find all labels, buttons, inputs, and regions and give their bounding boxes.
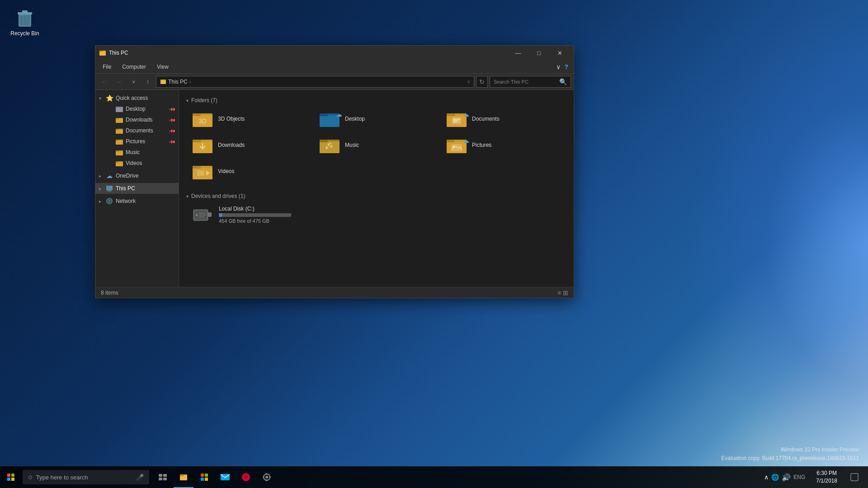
svg-rect-73 bbox=[7, 478, 10, 481]
cloud-icon: ☁ bbox=[463, 111, 469, 118]
pin-icon: 📌 bbox=[169, 105, 176, 113]
onedrive-icon: ☁ bbox=[105, 172, 113, 180]
drive-c[interactable]: Local Disk (C:) 454 GB free of 475 GB bbox=[186, 202, 304, 227]
tray-network-icon[interactable]: 🌐 bbox=[771, 474, 779, 481]
folder-videos[interactable]: Videos bbox=[186, 159, 312, 184]
breadcrumb-part[interactable]: This PC bbox=[168, 79, 188, 85]
svg-rect-85 bbox=[205, 478, 208, 481]
svg-point-67 bbox=[196, 214, 198, 216]
svg-rect-78 bbox=[163, 478, 167, 480]
folder-documents-label: Documents bbox=[472, 116, 500, 122]
svg-rect-14 bbox=[116, 118, 119, 119]
svg-rect-55 bbox=[447, 140, 455, 142]
svg-rect-23 bbox=[116, 150, 119, 152]
sidebar-item-pictures[interactable]: Pictures 📌 bbox=[105, 136, 179, 147]
svg-rect-77 bbox=[159, 478, 162, 480]
refresh-button[interactable]: ↻ bbox=[476, 76, 488, 88]
recycle-bin-label: Recycle Bin bbox=[10, 30, 39, 37]
tray-keyboard-icon[interactable]: ENG bbox=[793, 474, 805, 480]
svg-rect-28 bbox=[108, 190, 111, 191]
folder-3dobjects[interactable]: 3D 3D Objects bbox=[186, 106, 312, 131]
menu-file[interactable]: File bbox=[97, 62, 117, 72]
explorer-icon bbox=[99, 49, 106, 56]
back-button[interactable]: ← bbox=[98, 75, 111, 88]
menu-view[interactable]: View bbox=[151, 62, 174, 72]
up-button[interactable]: ↑ bbox=[142, 75, 154, 88]
folder-desktop-label: Desktop bbox=[345, 116, 365, 122]
drive-icon bbox=[192, 206, 213, 224]
folder-music-label: Music bbox=[345, 142, 359, 148]
folder-documents[interactable]: ☁ Documents bbox=[440, 106, 566, 131]
svg-rect-6 bbox=[99, 52, 106, 56]
sidebar-item-quickaccess[interactable]: ▾ ⭐ Quick access bbox=[95, 93, 179, 103]
onedrive-label: OneDrive bbox=[116, 173, 175, 179]
notification-center-button[interactable] bbox=[844, 466, 864, 488]
sidebar-item-downloads[interactable]: Downloads 📌 bbox=[105, 114, 179, 125]
tray-expand-icon[interactable]: ∧ bbox=[764, 474, 769, 481]
search-bar[interactable]: Search This PC 🔍 bbox=[490, 76, 571, 88]
recycle-bin-icon[interactable]: Recycle Bin bbox=[5, 5, 45, 39]
sidebar-section-thispc: ▸ This PC bbox=[95, 182, 179, 195]
address-breadcrumb: This PC › bbox=[168, 79, 191, 85]
svg-rect-93 bbox=[266, 479, 267, 481]
sidebar-item-videos[interactable]: Videos bbox=[105, 158, 179, 169]
help-icon[interactable]: ? bbox=[564, 63, 568, 70]
desktop-folder-icon bbox=[115, 105, 123, 113]
pin-icon: 📌 bbox=[169, 138, 176, 145]
mic-icon[interactable]: 🎤 bbox=[136, 474, 144, 481]
tray-icons: ∧ 🌐 🔊 ENG bbox=[760, 473, 809, 482]
taskbar-app-icons bbox=[153, 466, 277, 488]
details-view-icon[interactable]: ≡ bbox=[557, 289, 561, 296]
address-bar[interactable]: This PC › ∨ bbox=[156, 76, 474, 88]
mail-taskbar-icon[interactable] bbox=[215, 466, 235, 488]
settings-taskbar-icon[interactable] bbox=[257, 466, 277, 488]
search-icon[interactable]: 🔍 bbox=[559, 78, 567, 85]
expand-arrow: ▸ bbox=[99, 174, 105, 178]
svg-rect-49 bbox=[193, 140, 201, 142]
file-explorer-taskbar-icon[interactable] bbox=[174, 466, 193, 488]
maximize-button[interactable]: □ bbox=[528, 46, 549, 60]
quickaccess-icon: ⭐ bbox=[105, 94, 113, 102]
svg-rect-42 bbox=[447, 113, 455, 116]
menu-expand-toggle[interactable]: ∨ ? bbox=[552, 63, 572, 70]
minimize-button[interactable]: — bbox=[508, 46, 528, 60]
tray-date: 7/1/2018 bbox=[816, 477, 837, 485]
sidebar-item-desktop[interactable]: Desktop 📌 bbox=[105, 103, 179, 114]
tray-speaker-icon[interactable]: 🔊 bbox=[782, 473, 791, 482]
folder-pictures[interactable]: ☁ Pictures bbox=[440, 132, 566, 158]
sidebar-item-documents[interactable]: Documents 📌 bbox=[105, 125, 179, 136]
window-controls: — □ ✕ bbox=[508, 46, 570, 60]
taskview-icon[interactable] bbox=[153, 466, 173, 488]
status-bar: 8 items ≡ ⊞ bbox=[95, 287, 574, 298]
folder-music[interactable]: Music bbox=[313, 132, 439, 158]
sidebar-item-thispc[interactable]: ▸ This PC bbox=[95, 183, 179, 194]
folders-chevron: ▾ bbox=[186, 98, 189, 103]
taskbar-search[interactable]: ○ Type here to search 🎤 bbox=[23, 470, 149, 484]
svg-rect-95 bbox=[269, 477, 271, 478]
folder-desktop[interactable]: ☁ Desktop bbox=[313, 106, 439, 131]
store-taskbar-icon[interactable] bbox=[194, 466, 214, 488]
music-taskbar-icon[interactable] bbox=[236, 466, 256, 488]
sidebar-downloads-label: Downloads bbox=[126, 117, 170, 123]
sidebar-item-music[interactable]: Music bbox=[105, 147, 179, 158]
status-items-count: 8 items bbox=[101, 290, 557, 296]
address-dropdown-arrow[interactable]: ∨ bbox=[467, 79, 470, 84]
folder-3dobjects-label: 3D Objects bbox=[218, 116, 245, 122]
sidebar: ▾ ⭐ Quick access Desktop 📌 bbox=[95, 90, 179, 287]
tray-clock[interactable]: 6:30 PM 7/1/2018 bbox=[811, 469, 843, 485]
folders-section-header[interactable]: ▾ Folders (7) bbox=[186, 94, 566, 106]
close-button[interactable]: ✕ bbox=[549, 46, 570, 60]
sidebar-item-network[interactable]: ▸ Network bbox=[95, 196, 179, 206]
drives-section-header[interactable]: ▾ Devices and drives (1) bbox=[186, 189, 566, 202]
tiles-view-icon[interactable]: ⊞ bbox=[563, 289, 568, 296]
svg-rect-56 bbox=[451, 144, 462, 151]
svg-rect-86 bbox=[221, 474, 230, 480]
start-button[interactable] bbox=[0, 466, 22, 488]
folder-downloads[interactable]: Downloads bbox=[186, 132, 312, 158]
nav-dropdown-button[interactable]: ∨ bbox=[127, 75, 140, 88]
win-info-line2: Evaluation copy. Build 17704.rs_prerelea… bbox=[721, 454, 859, 463]
folder-icon-wrapper bbox=[192, 136, 213, 154]
forward-button[interactable]: → bbox=[113, 75, 125, 88]
menu-computer[interactable]: Computer bbox=[117, 62, 151, 72]
sidebar-item-onedrive[interactable]: ▸ ☁ OneDrive bbox=[95, 170, 179, 181]
